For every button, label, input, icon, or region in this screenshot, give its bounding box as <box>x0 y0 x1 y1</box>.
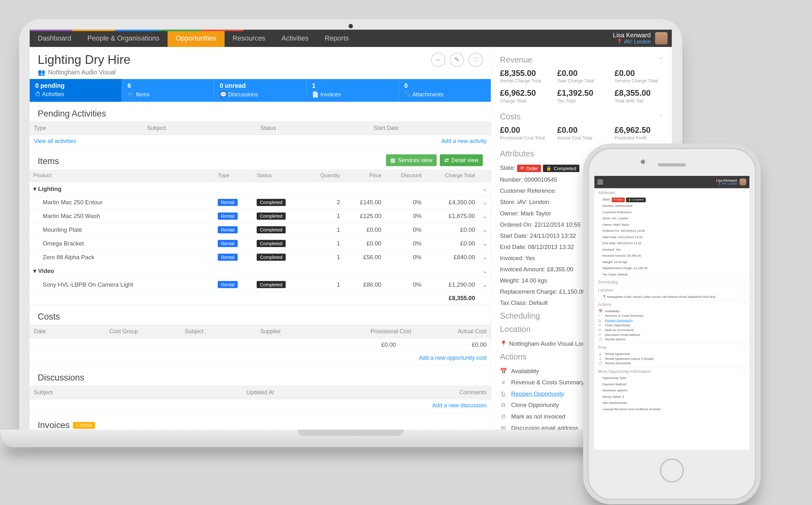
group-row[interactable]: ▾ Lighting <box>30 182 479 196</box>
nav-activities[interactable]: Activities <box>273 30 317 47</box>
action-recent-documents[interactable]: 🕘Recent documents <box>598 361 745 366</box>
phone-topbar: Lisa Kenward📍 iAV: London <box>594 176 749 188</box>
back-button[interactable]: ← <box>431 53 446 67</box>
action-revenue-costs-summary[interactable]: ≡Revenue & Costs Summary <box>598 313 745 318</box>
nav-reports[interactable]: Reports <box>317 30 357 47</box>
add-activity-link[interactable]: Add a new activity <box>441 138 486 145</box>
services-view-button[interactable]: ▦ Services view <box>386 154 437 166</box>
tab-attachments[interactable]: 0📎 Attachments <box>398 79 491 102</box>
costs-heading: Costs <box>38 312 483 322</box>
tab-discussions[interactable]: 0 unread💬 Discussions <box>214 79 307 102</box>
add-cost-link[interactable]: Add a new opportunity cost <box>419 355 487 361</box>
page-header: Lighting Dry Hire 👥Nottingham Audio Visu… <box>30 47 491 79</box>
p-location-heading[interactable]: Location⌃ <box>594 286 749 294</box>
items-table: Product Type Status Quantity Price Disco… <box>30 169 491 305</box>
detail-view-button[interactable]: ⇄ Detail view <box>440 154 483 166</box>
action-discussion-email-address[interactable]: ✉Discussion email address <box>598 332 745 337</box>
item-row[interactable]: Sony HVL-LBPB On Camera LightRentalCompl… <box>30 278 491 292</box>
costs-header: DateCost GroupSubjectSupplierProvisional… <box>30 325 491 338</box>
item-row[interactable]: Mounting PlateRentalCompleted1£0.000%£0.… <box>30 223 491 236</box>
side-costs-heading[interactable]: Costs⌃ <box>500 112 663 122</box>
action-availability[interactable]: 📅Availability <box>598 309 745 314</box>
items-heading: Items <box>38 156 59 166</box>
nav-resources[interactable]: Resources <box>224 30 273 47</box>
action-rental-agreement[interactable]: 🖨Rental Agreement <box>598 351 745 356</box>
action-rental-agreement-layout-detail-[interactable]: 🖨Rental Agreement Layout 3 (Detail) <box>598 356 745 361</box>
p-location-text: 📍 Nottingham Audio Visual Loxley House 1… <box>594 294 749 300</box>
item-row[interactable]: Martin Mac 250 EntourRentalCompleted2£14… <box>30 196 491 209</box>
view-all-activities-link[interactable]: View all activities <box>34 138 76 145</box>
page-subtitle[interactable]: 👥Nottingham Audio Visual <box>38 68 130 76</box>
discussions-header: SubjectUpdated AtComments <box>30 386 491 399</box>
edit-button[interactable]: ✎ <box>450 53 464 67</box>
org-icon: 👥 <box>38 68 45 76</box>
group-row[interactable]: ▾ Video <box>30 264 479 278</box>
item-row[interactable]: Omega BracketRentalCompleted1£0.000%£0.0… <box>30 236 491 250</box>
revenue-heading[interactable]: Revenue⌃ <box>500 55 663 65</box>
p-actions-heading[interactable]: Actions⌃ <box>594 300 749 308</box>
p-print-heading[interactable]: Print⌃ <box>594 343 749 351</box>
laptop-screen: DashboardPeople & OrganisationsOpportuni… <box>30 30 672 430</box>
item-row[interactable]: Martin Mac 250 WashRentalCompleted1£125.… <box>30 209 491 223</box>
hamburger-icon[interactable] <box>598 180 603 184</box>
tab-items[interactable]: 6🛒 Items <box>122 79 214 102</box>
top-navbar: DashboardPeople & OrganisationsOpportuni… <box>30 30 672 47</box>
summary-tabs: 0 pending⏱ Activities6🛒 Items0 unread💬 D… <box>30 79 491 102</box>
costs-actual: £0.00 <box>396 341 486 348</box>
p-attributes-heading[interactable]: Attributes⌃ <box>594 188 749 196</box>
activities-heading: Pending Activities <box>38 109 483 119</box>
nav-people-organisations[interactable]: People & Organisations <box>79 30 167 47</box>
p-state-row: State:⟳ Order🔒 Completed <box>594 196 749 203</box>
phone-screen: Lisa Kenward📍 iAV: London Attributes⌃ St… <box>594 176 749 450</box>
nav-dashboard[interactable]: Dashboard <box>30 30 80 47</box>
tab-invoices[interactable]: 1📄 Invoices <box>307 79 399 102</box>
favorite-button[interactable]: ♡ <box>468 53 483 67</box>
open-badge: 1 OPEN <box>73 422 95 429</box>
item-row[interactable]: Zero 88 Alpha PackRentalCompleted1£56.00… <box>30 250 491 264</box>
home-button[interactable] <box>660 458 684 483</box>
activities-header: Type Subject Status Start Date <box>30 122 491 135</box>
action-clone-opportunity[interactable]: ⧉Clone Opportunity <box>598 323 745 328</box>
invoices-heading: Invoices1 OPEN <box>38 420 483 430</box>
avatar[interactable] <box>655 32 668 44</box>
state-order-pill: ⟳ Order <box>517 165 541 172</box>
p-more-heading[interactable]: More Opportunity Information⌃ <box>594 367 749 375</box>
action-recent-actions[interactable]: 🕘Recent actions <box>598 337 745 342</box>
action-mark-as-not-invoiced[interactable]: ⊘Mark as not invoiced <box>598 328 745 332</box>
page-title: Lighting Dry Hire <box>38 53 130 67</box>
discussions-heading: Discussions <box>38 373 483 383</box>
nav-opportunities[interactable]: Opportunities <box>167 30 224 47</box>
phone-device: Lisa Kenward📍 iAV: London Attributes⌃ St… <box>583 143 761 504</box>
action-reopen-opportunity[interactable]: ↻Reopen Opportunity <box>598 318 745 323</box>
main-column: Lighting Dry Hire 👥Nottingham Audio Visu… <box>30 47 491 430</box>
laptop-camera <box>349 24 353 28</box>
add-discussion-link[interactable]: Add a new discussion <box>432 402 487 408</box>
state-completed-pill: 🔒 Completed <box>543 165 580 172</box>
p-scheduling-heading[interactable]: Scheduling⌃ <box>594 278 749 285</box>
tab-activities[interactable]: 0 pending⏱ Activities <box>30 79 122 102</box>
costs-provisional: £0.00 <box>306 341 396 348</box>
avatar[interactable] <box>739 179 746 185</box>
